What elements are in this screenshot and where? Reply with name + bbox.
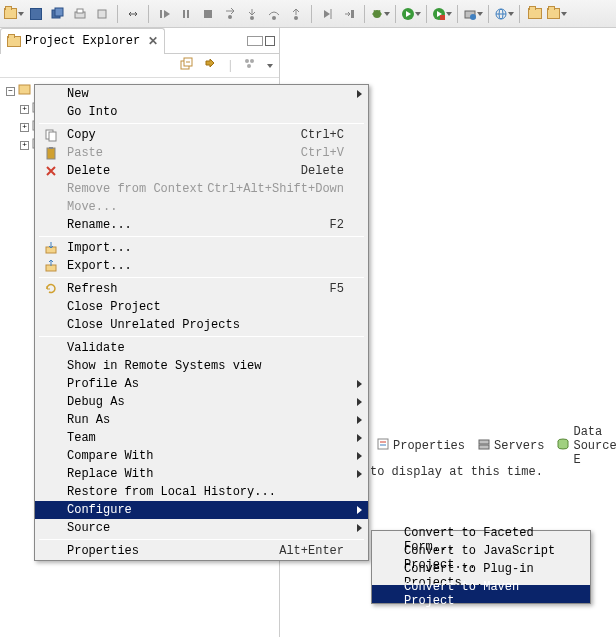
open-type-icon[interactable] <box>525 4 545 24</box>
tab-properties[interactable]: Properties <box>376 437 465 455</box>
menu-item-delete[interactable]: DeleteDelete <box>35 162 368 180</box>
svg-point-32 <box>250 59 254 63</box>
svg-rect-41 <box>479 440 489 444</box>
svg-rect-47 <box>49 147 53 149</box>
menu-shortcut: F5 <box>330 282 344 296</box>
toolbar-separator <box>457 5 458 23</box>
submenu-arrow-icon <box>357 452 362 460</box>
stop-icon[interactable] <box>198 4 218 24</box>
menu-shortcut: F2 <box>330 218 344 232</box>
svg-rect-45 <box>49 132 56 141</box>
view-tab-bar: Project Explorer ✕ <box>0 28 279 54</box>
project-explorer-tab[interactable]: Project Explorer ✕ <box>0 28 165 54</box>
toolbar-separator <box>148 5 149 23</box>
menu-label: Validate <box>67 341 344 355</box>
toolbar-separator <box>519 5 520 23</box>
close-icon[interactable]: ✕ <box>148 34 158 48</box>
step-into-icon[interactable] <box>242 4 262 24</box>
toolbar-separator: | <box>227 59 234 73</box>
submenu-item-convert-to-maven-project[interactable]: Convert to Maven Project <box>372 585 590 603</box>
menu-item-team[interactable]: Team <box>35 429 368 447</box>
print-icon[interactable] <box>70 4 90 24</box>
submenu-arrow-icon <box>357 506 362 514</box>
tab-servers[interactable]: Servers <box>477 437 544 455</box>
menu-label: Copy <box>67 128 301 142</box>
menu-item-rename[interactable]: Rename...F2 <box>35 216 368 234</box>
svg-point-10 <box>250 16 254 20</box>
svg-rect-5 <box>160 10 162 18</box>
toolbar-separator <box>364 5 365 23</box>
maximize-icon[interactable] <box>265 36 275 46</box>
chevron-down-icon[interactable] <box>267 64 273 68</box>
svg-rect-3 <box>77 9 83 13</box>
toolbar-separator <box>426 5 427 23</box>
menu-item-debug-as[interactable]: Debug As <box>35 393 368 411</box>
menu-item-validate[interactable]: Validate <box>35 339 368 357</box>
menu-item-go-into[interactable]: Go Into <box>35 103 368 121</box>
menu-item-export[interactable]: Export... <box>35 257 368 275</box>
run-icon[interactable] <box>401 4 421 24</box>
svg-rect-42 <box>479 445 489 449</box>
link-editor-icon[interactable] <box>203 56 219 76</box>
collapse-all-icon[interactable] <box>179 56 195 76</box>
web-icon[interactable] <box>494 4 514 24</box>
step-return-icon[interactable] <box>286 4 306 24</box>
open-icon[interactable] <box>4 4 24 24</box>
menu-shortcut: Ctrl+V <box>301 146 344 160</box>
menu-item-replace-with[interactable]: Replace With <box>35 465 368 483</box>
menu-shortcut: Delete <box>301 164 344 178</box>
menu-item-close-project[interactable]: Close Project <box>35 298 368 316</box>
drop-frame-icon[interactable] <box>339 4 359 24</box>
open-resource-icon[interactable] <box>547 4 567 24</box>
menu-label: Remove from Context <box>67 182 207 196</box>
menu-item-close-unrelated-projects[interactable]: Close Unrelated Projects <box>35 316 368 334</box>
run-to-line-icon[interactable] <box>317 4 337 24</box>
view-menu-icon[interactable] <box>242 56 258 76</box>
menu-item-configure[interactable]: Configure <box>35 501 368 519</box>
save-icon[interactable] <box>26 4 46 24</box>
menu-label: Restore from Local History... <box>67 485 344 499</box>
main-toolbar <box>0 0 616 28</box>
menu-item-import[interactable]: Import... <box>35 239 368 257</box>
tab-label: Properties <box>393 439 465 453</box>
expand-icon[interactable]: + <box>20 105 29 114</box>
minimize-icon[interactable] <box>247 36 263 46</box>
debug-icon[interactable] <box>370 4 390 24</box>
submenu-arrow-icon <box>357 90 362 98</box>
submenu-arrow-icon <box>357 470 362 478</box>
menu-item-new[interactable]: New <box>35 85 368 103</box>
menu-item-properties[interactable]: PropertiesAlt+Enter <box>35 542 368 560</box>
svg-point-12 <box>294 16 298 20</box>
menu-item-refresh[interactable]: RefreshF5 <box>35 280 368 298</box>
tab-data-source[interactable]: Data Source E <box>556 425 616 467</box>
svg-rect-1 <box>55 8 63 16</box>
svg-rect-8 <box>204 10 212 18</box>
svg-rect-14 <box>351 10 354 18</box>
resume-icon[interactable] <box>154 4 174 24</box>
collapse-icon[interactable]: − <box>6 87 15 96</box>
run-external-icon[interactable] <box>432 4 452 24</box>
submenu-arrow-icon <box>357 380 362 388</box>
menu-item-restore-from-local-history[interactable]: Restore from Local History... <box>35 483 368 501</box>
menu-item-copy[interactable]: CopyCtrl+C <box>35 126 368 144</box>
pause-icon[interactable] <box>176 4 196 24</box>
menu-label: Debug As <box>67 395 344 409</box>
menu-item-profile-as[interactable]: Profile As <box>35 375 368 393</box>
expand-icon[interactable]: + <box>20 141 29 150</box>
step-over-icon[interactable] <box>264 4 284 24</box>
toolbar-separator <box>117 5 118 23</box>
menu-item-show-in-remote-systems-view[interactable]: Show in Remote Systems view <box>35 357 368 375</box>
menu-item-run-as[interactable]: Run As <box>35 411 368 429</box>
build-icon[interactable] <box>92 4 112 24</box>
submenu-arrow-icon <box>357 398 362 406</box>
new-server-icon[interactable] <box>463 4 483 24</box>
save-all-icon[interactable] <box>48 4 68 24</box>
svg-point-11 <box>272 16 276 20</box>
svg-rect-22 <box>440 15 445 20</box>
svg-point-24 <box>470 14 476 20</box>
link-icon[interactable] <box>123 4 143 24</box>
menu-item-compare-with[interactable]: Compare With <box>35 447 368 465</box>
expand-icon[interactable]: + <box>20 123 29 132</box>
step-icon[interactable] <box>220 4 240 24</box>
menu-item-source[interactable]: Source <box>35 519 368 537</box>
